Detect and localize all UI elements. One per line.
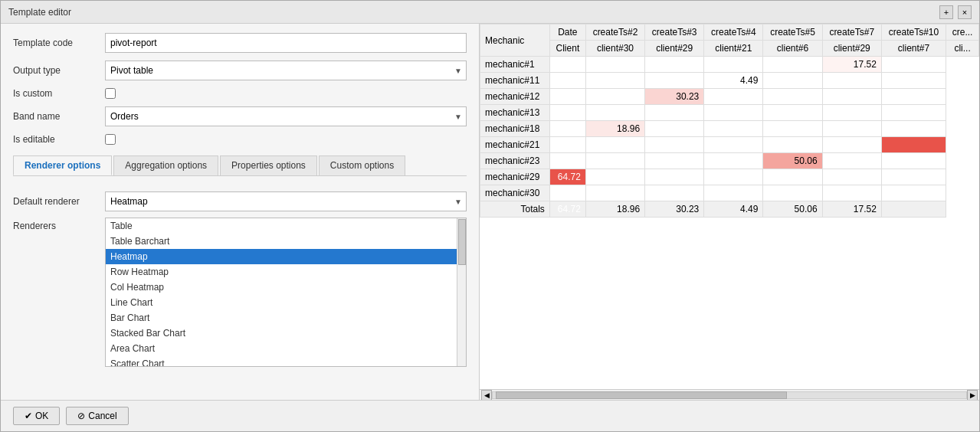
scroll-left-arrow[interactable]: ◀ <box>481 390 492 401</box>
cell <box>704 57 763 73</box>
col-header-createts7: createTs#7 <box>822 25 881 41</box>
cell <box>822 185 881 201</box>
default-renderer-label: Default renderer <box>13 196 97 207</box>
default-renderer-row: Default renderer Heatmap ▼ <box>13 191 467 211</box>
table-row: mechanic#11 4.49 <box>480 73 979 89</box>
scroll-right-arrow[interactable]: ▶ <box>967 390 978 401</box>
cell <box>645 73 704 89</box>
cell: 18.96 <box>585 121 644 137</box>
scrollbar-track[interactable] <box>492 391 967 399</box>
list-item[interactable]: Table Barchart <box>106 234 466 249</box>
cell <box>881 89 946 105</box>
list-item[interactable]: Bar Chart <box>106 310 466 326</box>
cell <box>763 137 822 153</box>
list-item[interactable]: Col Heatmap <box>106 280 466 295</box>
cell <box>645 153 704 169</box>
col-header-cre: cre... <box>946 25 979 41</box>
cell <box>549 105 585 121</box>
dialog-title: Template editor <box>8 7 71 18</box>
cli-header: cli... <box>946 41 979 57</box>
cell: 64.72 <box>549 169 585 185</box>
pivot-table-container[interactable]: Mechanic Date createTs#2 createTs#3 crea… <box>480 24 979 389</box>
right-panel: Mechanic Date createTs#2 createTs#3 crea… <box>480 24 979 400</box>
cell <box>822 73 881 89</box>
is-custom-row: Is custom <box>13 88 467 99</box>
cell <box>704 153 763 169</box>
tab-properties[interactable]: Properties options <box>220 155 317 175</box>
row-label: mechanic#23 <box>480 153 550 169</box>
is-editable-checkbox[interactable] <box>105 134 116 145</box>
list-item[interactable]: Stacked Bar Chart <box>106 326 466 341</box>
cell <box>549 89 585 105</box>
output-type-select[interactable]: Pivot table <box>105 61 467 80</box>
close-button[interactable]: × <box>958 5 972 19</box>
scrollbar-thumb[interactable] <box>458 219 466 265</box>
listbox-scrollbar[interactable] <box>457 218 466 366</box>
cell <box>704 89 763 105</box>
cell: 30.23 <box>645 89 704 105</box>
renderers-listbox[interactable]: Table Table Barchart Heatmap Row Heatmap… <box>106 218 466 366</box>
cell <box>549 137 585 153</box>
cell <box>704 185 763 201</box>
cell <box>585 73 644 89</box>
template-code-input[interactable] <box>105 33 467 53</box>
list-item[interactable]: Scatter Chart <box>106 356 466 366</box>
cell <box>585 137 644 153</box>
col-header-createts4: createTs#4 <box>704 25 763 41</box>
scrollbar-thumb-horizontal[interactable] <box>496 391 787 399</box>
table-row: mechanic#12 30.23 <box>480 89 979 105</box>
cell <box>763 57 822 73</box>
template-editor-dialog: Template editor + × Template code Output… <box>0 0 980 432</box>
cell <box>881 185 946 201</box>
left-panel: Template code Output type Pivot table ▼ … <box>1 24 480 400</box>
cell <box>549 185 585 201</box>
list-item[interactable]: Table <box>106 218 466 234</box>
tab-content-renderer: Default renderer Heatmap ▼ Renderers Tab… <box>13 184 467 391</box>
table-row: mechanic#30 <box>480 185 979 201</box>
is-custom-checkbox[interactable] <box>105 88 116 99</box>
table-row: mechanic#18 18.96 <box>480 121 979 137</box>
template-code-label: Template code <box>13 38 97 48</box>
list-item-heatmap[interactable]: Heatmap <box>106 249 466 264</box>
tab-renderer[interactable]: Renderer options <box>13 155 112 175</box>
table-row: mechanic#21 <box>480 137 979 153</box>
ok-button[interactable]: ✔ OK <box>13 407 60 425</box>
client29a-header: client#29 <box>645 41 704 57</box>
title-bar-actions: + × <box>939 5 972 19</box>
cell <box>549 121 585 137</box>
cell <box>763 105 822 121</box>
band-name-row: Band name Orders ▼ <box>13 106 467 126</box>
list-item[interactable]: Row Heatmap <box>106 264 466 280</box>
row-label: mechanic#18 <box>480 121 550 137</box>
tab-aggregation[interactable]: Aggregation options <box>113 155 218 175</box>
list-item[interactable]: Area Chart <box>106 341 466 356</box>
tab-custom[interactable]: Custom options <box>319 155 405 175</box>
band-name-select-wrapper: Orders ▼ <box>105 106 467 126</box>
client-subheader: Client <box>549 41 585 57</box>
list-item[interactable]: Line Chart <box>106 295 466 310</box>
row-label: mechanic#30 <box>480 185 550 201</box>
ok-check-icon: ✔ <box>25 411 32 421</box>
cell <box>645 185 704 201</box>
date-header: Date <box>549 25 585 41</box>
default-renderer-select[interactable]: Heatmap <box>105 191 467 211</box>
cell <box>704 169 763 185</box>
cancel-button[interactable]: ⊘ Cancel <box>66 407 128 425</box>
cell <box>822 105 881 121</box>
total-cell: 64.72 <box>549 201 585 218</box>
cell <box>822 153 881 169</box>
cancel-circle-icon: ⊘ <box>77 411 85 421</box>
add-button[interactable]: + <box>939 5 953 19</box>
cell <box>881 137 946 153</box>
is-editable-label: Is editable <box>13 134 97 145</box>
total-cell: 30.23 <box>645 201 704 218</box>
cell <box>585 57 644 73</box>
table-row: mechanic#23 50.06 <box>480 153 979 169</box>
renderers-label: Renderers <box>13 218 97 231</box>
band-name-select[interactable]: Orders <box>105 106 467 126</box>
total-cell <box>881 201 946 218</box>
cell <box>763 89 822 105</box>
client29b-header: client#29 <box>822 41 881 57</box>
horizontal-scrollbar[interactable]: ◀ ▶ <box>480 389 979 400</box>
tabs: Renderer options Aggregation options Pro… <box>13 155 467 176</box>
